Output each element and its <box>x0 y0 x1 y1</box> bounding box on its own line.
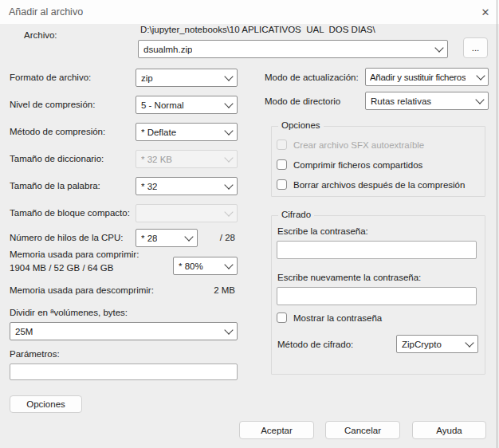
dir-mode-label: Modo de directorio <box>265 96 340 106</box>
chevron-down-icon <box>224 207 233 216</box>
parameters-input[interactable] <box>10 364 238 380</box>
archive-filename-combobox[interactable]: dsualmh.zip <box>138 40 448 58</box>
chevron-down-icon <box>224 99 233 108</box>
compress-shared-checkbox[interactable]: Comprimir ficheros compartidos <box>277 159 422 170</box>
method-label: Método de compresión: <box>10 127 105 136</box>
reenter-password-label: Escribe nuevamente la contraseña: <box>277 273 421 282</box>
update-mode-label: Modo de actualización: <box>265 73 359 82</box>
dictionary-combobox: * 32 KB <box>136 150 238 168</box>
block-size-label: Tamaño de bloque compacto: <box>10 208 130 218</box>
cpu-threads-label: Número de hilos de la CPU: <box>10 233 124 242</box>
format-label: Formato de archivo: <box>10 73 91 82</box>
block-size-combobox <box>136 204 238 222</box>
chevron-down-icon <box>475 95 484 104</box>
chevron-down-icon <box>476 71 485 80</box>
archive-directory: D:\jupyter_notebooks\10 APLICATIVOS UAL … <box>140 25 375 34</box>
help-button[interactable]: Ayuda <box>412 421 486 439</box>
chevron-down-icon <box>224 126 233 135</box>
update-mode-combobox[interactable]: Añadir y sustituir ficheros <box>365 68 489 86</box>
memory-compress-label: Memoria usada para comprimir: <box>10 250 139 259</box>
options-group-title: Opciones <box>278 120 324 130</box>
level-combobox[interactable]: 5 - Normal <box>136 96 238 114</box>
dictionary-label: Tamaño de diccionario: <box>10 154 104 163</box>
parameters-label: Parámetros: <box>10 349 60 359</box>
word-size-combobox[interactable]: * 32 <box>136 177 238 195</box>
format-combobox[interactable]: zip <box>136 69 238 87</box>
password-input[interactable] <box>277 241 477 259</box>
cipher-method-label: Método de cifrado: <box>277 340 353 349</box>
chevron-down-icon <box>434 43 443 52</box>
word-size-label: Tamaño de la palabra: <box>10 181 100 191</box>
chevron-down-icon <box>224 180 233 189</box>
options-button[interactable]: Opciones <box>10 395 82 413</box>
reenter-password-input[interactable] <box>277 287 477 305</box>
close-icon[interactable]: ✕ <box>476 4 495 20</box>
checkbox-icon <box>277 159 287 170</box>
method-combobox[interactable]: * Deflate <box>136 123 238 141</box>
delete-after-checkbox[interactable]: Borrar archivos después de la compresión <box>277 179 465 190</box>
checkbox-icon <box>277 312 287 323</box>
memory-decompress-label: Memoria usada para descomprimir: <box>10 285 154 295</box>
memory-compress-detail: 1904 MB / 52 GB / 64 GB <box>10 263 113 273</box>
chevron-down-icon <box>224 260 233 269</box>
cancel-button[interactable]: Cancelar <box>325 421 400 439</box>
show-password-checkbox[interactable]: Mostrar la contraseña <box>277 312 382 323</box>
archive-label: Archivo: <box>24 30 57 40</box>
chevron-down-icon <box>184 232 193 241</box>
ok-button[interactable]: Aceptar <box>239 421 314 439</box>
cpu-threads-combobox[interactable]: * 28 <box>136 229 198 247</box>
level-label: Nivel de compresión: <box>10 100 95 109</box>
encryption-group-title: Cifrado <box>278 210 314 219</box>
window-border <box>497 0 497 448</box>
chevron-down-icon <box>224 72 233 81</box>
window-title: Añadir al archivo <box>9 6 83 18</box>
checkbox-icon <box>277 179 287 190</box>
split-volumes-combobox[interactable]: 25M <box>10 322 238 340</box>
chevron-down-icon <box>465 338 473 347</box>
password-label: Escribe la contraseña: <box>277 226 368 236</box>
title-bar: Añadir al archivo <box>0 0 499 24</box>
memory-compress-combobox[interactable]: * 80% <box>173 257 238 275</box>
split-volumes-label: Dividir en ªvolúmenes, bytes: <box>10 308 128 317</box>
chevron-down-icon <box>224 153 233 162</box>
browse-button[interactable]: ... <box>463 37 488 58</box>
dir-mode-combobox[interactable]: Rutas relativas <box>365 92 489 110</box>
chevron-down-icon <box>224 325 233 334</box>
sfx-checkbox: Crear archivo SFX autoextraíble <box>277 140 424 150</box>
cipher-method-combobox[interactable]: ZipCrypto <box>396 335 478 353</box>
memory-decompress-value: 2 MB <box>195 285 235 295</box>
cpu-threads-max: / 28 <box>203 233 235 242</box>
checkbox-icon <box>277 140 287 150</box>
